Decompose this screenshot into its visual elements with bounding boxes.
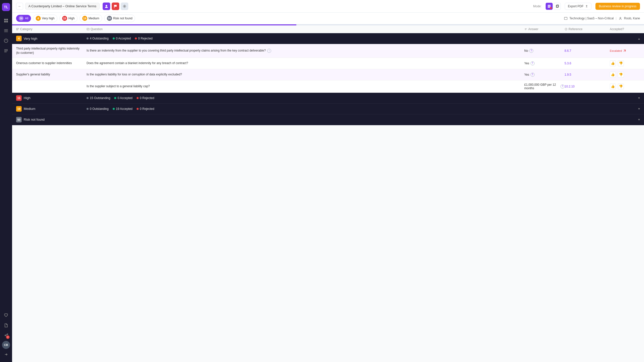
export-pdf-button[interactable]: Export PDF	[565, 3, 591, 10]
sidebar-icon-dashboard[interactable]	[2, 36, 11, 45]
section-medium[interactable]: 19 Medium 0 Outstanding 19 Accepted 0 Re…	[12, 104, 644, 114]
svg-rect-3	[6, 21, 8, 22]
topbar-right: Mode: Export PDF Business review in prog…	[533, 3, 640, 10]
svg-point-11	[5, 50, 6, 51]
th-reference: Reference	[565, 27, 610, 31]
filter-all-label: All	[25, 17, 28, 20]
filter-rnf-count: 50	[107, 16, 112, 21]
mode-icons	[546, 3, 561, 10]
question-cell: Is there an indemnity from the supplier …	[87, 49, 524, 53]
svg-point-8	[5, 49, 6, 50]
filter-very-high[interactable]: 4 Very high	[33, 15, 57, 22]
info-icon[interactable]: i	[267, 49, 271, 53]
topbar-icon-settings[interactable]	[121, 3, 128, 10]
svg-point-13	[7, 50, 8, 51]
user-label: Roob, Kane	[624, 17, 640, 20]
category-cell: Onerous customer to supplier indemnities	[16, 61, 87, 65]
mode-icon-copy[interactable]	[554, 3, 561, 10]
table-row: Is the supplier subject to a general lia…	[12, 80, 644, 93]
section-rnf-chevron: ▾	[638, 118, 640, 121]
svg-point-21	[124, 6, 125, 7]
svg-rect-23	[548, 6, 550, 7]
section-rnf-badge: 50	[16, 117, 22, 122]
answer-cell: Yes ?	[524, 73, 565, 77]
escalated-badge: Escalated	[610, 49, 626, 53]
sidebar-icon-heart[interactable]	[2, 311, 11, 320]
filter-h-label: High	[68, 17, 75, 20]
question-cell: Is the supplier subject to a general lia…	[87, 84, 524, 88]
section-vh-name: Very high	[24, 37, 37, 40]
accepted-cell: Escalated	[610, 49, 640, 53]
content-area: 4 Very high 4 Outstanding 0 Accepted 0 R…	[12, 33, 644, 362]
section-vh-badge: 4	[16, 36, 22, 41]
reference-cell: 10.2.10	[565, 85, 610, 88]
thumbs-down-button[interactable]: 👎	[618, 72, 624, 78]
thumbs-up-button[interactable]: 👍	[610, 60, 616, 66]
topbar-icon-user[interactable]	[103, 3, 110, 10]
svg-point-17	[7, 334, 8, 335]
svg-rect-30	[16, 29, 18, 30]
thumbs-down-button[interactable]: 👎	[618, 60, 624, 66]
main-panel: ← A Counterparty Limited – Online Servic…	[12, 0, 644, 362]
section-m-name: Medium	[24, 107, 35, 111]
answer-help-icon[interactable]: ?	[531, 73, 535, 77]
thumbs-up-button[interactable]: 👍	[610, 83, 616, 89]
svg-rect-20	[114, 5, 117, 7]
sidebar-icon-apps[interactable]	[2, 46, 11, 55]
svg-point-19	[106, 5, 107, 6]
sidebar-icon-list[interactable]	[2, 26, 11, 35]
filter-all-count: 38	[19, 16, 24, 21]
reference-cell: 8.6.7	[565, 49, 610, 53]
accepted-cell: 👍 👎	[610, 72, 640, 78]
back-button[interactable]: ←	[16, 3, 23, 10]
sidebar-icon-arrow[interactable]	[2, 350, 11, 359]
section-very-high[interactable]: 4 Very high 4 Outstanding 0 Accepted 0 R…	[12, 33, 644, 44]
svg-rect-31	[87, 28, 89, 30]
table-row: Onerous customer to supplier indemnities…	[12, 58, 644, 69]
mode-label: Mode:	[533, 5, 541, 8]
section-m-stats: 0 Outstanding 19 Accepted 0 Rejected	[87, 107, 524, 111]
svg-rect-0	[4, 19, 6, 20]
mode-dot	[550, 7, 552, 9]
thumbs-down-button[interactable]: 👎	[618, 83, 624, 89]
filterbar: 38 All 4 Very high 15 High 19 Medium 50 …	[12, 13, 644, 24]
svg-point-12	[6, 50, 7, 51]
answer-help-icon[interactable]: ?	[560, 84, 565, 88]
app-logo[interactable]: TL	[2, 3, 10, 11]
question-cell: Is the suppliers liability for loss or c…	[87, 72, 524, 77]
table-row: Supplier's general liability Is the supp…	[12, 69, 644, 80]
answer-help-icon[interactable]: ?	[529, 49, 533, 53]
share-badge: 2	[6, 335, 10, 339]
category-cell: Third party intellectual property rights…	[16, 47, 87, 55]
thumbs-up-button[interactable]: 👍	[610, 72, 616, 78]
user-avatar[interactable]: CB	[2, 341, 10, 349]
svg-rect-22	[548, 5, 550, 6]
svg-rect-1	[6, 19, 8, 20]
sidebar-icon-file[interactable]	[2, 321, 11, 330]
filter-m-count: 19	[82, 16, 87, 21]
tech-label: Technology | SaaS – Non-Critical	[570, 17, 614, 20]
topbar: ← A Counterparty Limited – Online Servic…	[12, 0, 644, 13]
filter-risk-not-found[interactable]: 50 Risk not found	[104, 15, 135, 22]
section-risk-not-found[interactable]: 50 Risk not found ▾	[12, 114, 644, 125]
accepted-cell: 👍 👎	[610, 60, 640, 66]
filter-medium[interactable]: 19 Medium	[79, 15, 102, 22]
sidebar-icon-grid[interactable]	[2, 16, 11, 25]
th-answer: Answer	[524, 27, 565, 31]
svg-point-9	[6, 49, 7, 50]
section-h-badge: 15	[16, 95, 22, 101]
filter-m-label: Medium	[89, 17, 99, 20]
mode-icon-table[interactable]	[546, 3, 553, 10]
filter-high[interactable]: 15 High	[59, 15, 77, 22]
filterbar-meta: Technology | SaaS – Non-Critical | Roob,…	[564, 17, 640, 20]
th-question: Question	[87, 27, 524, 31]
export-label: Export PDF	[568, 5, 584, 8]
filter-vh-label: Very high	[42, 17, 55, 20]
answer-help-icon[interactable]: ?	[531, 61, 535, 65]
topbar-icon-flag[interactable]	[112, 3, 119, 10]
sidebar-icon-share[interactable]: 2	[2, 331, 11, 340]
svg-point-15	[6, 52, 7, 53]
business-review-button[interactable]: Business review in progress	[595, 3, 640, 10]
filter-all[interactable]: 38 All	[16, 15, 31, 22]
section-high[interactable]: 15 High 15 Outstanding 0 Accepted 0 Reje…	[12, 93, 644, 104]
